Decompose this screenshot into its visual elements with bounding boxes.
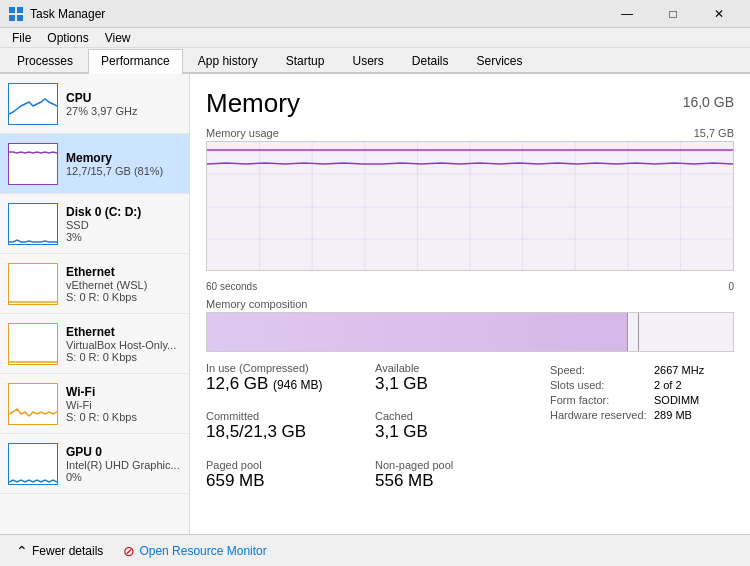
sidebar-item-gpu0[interactable]: GPU 0 Intel(R) UHD Graphic... 0% — [0, 434, 189, 494]
menu-file[interactable]: File — [4, 29, 39, 47]
memory-composition-section: Memory composition — [206, 298, 734, 352]
wifi-name: Wi-Fi — [66, 399, 181, 411]
stat-available-label: Available — [375, 362, 534, 374]
menu-bar: File Options View — [0, 28, 750, 48]
main-content: CPU 27% 3,97 GHz Memory 12,7/15,7 GB (81… — [0, 74, 750, 534]
form-value: SODIMM — [654, 394, 699, 406]
stat-committed-value: 18,5/21,3 GB — [206, 422, 365, 442]
ethernet2-mini-graph — [8, 323, 58, 365]
tab-services[interactable]: Services — [464, 49, 536, 72]
ethernet1-label: Ethernet — [66, 265, 181, 279]
wifi-info: Wi-Fi Wi-Fi S: 0 R: 0 Kbps — [66, 385, 181, 423]
window-controls: — □ ✕ — [604, 0, 742, 28]
tab-app-history[interactable]: App history — [185, 49, 271, 72]
tab-bar: Processes Performance App history Startu… — [0, 48, 750, 74]
memory-comp-bar — [207, 313, 628, 351]
cpu-usage: 27% 3,97 GHz — [66, 105, 181, 117]
right-stat-slots: Slots used: 2 of 2 — [550, 379, 734, 391]
tab-users[interactable]: Users — [339, 49, 396, 72]
memory-composition-graph — [206, 312, 734, 352]
ethernet2-speed: S: 0 R: 0 Kbps — [66, 351, 181, 363]
sidebar-item-wifi[interactable]: Wi-Fi Wi-Fi S: 0 R: 0 Kbps — [0, 374, 189, 434]
stat-paged-label: Paged pool — [206, 459, 365, 471]
sidebar-item-ethernet1[interactable]: Ethernet vEthernet (WSL) S: 0 R: 0 Kbps — [0, 254, 189, 314]
stat-in-use-label: In use (Compressed) — [206, 362, 365, 374]
svg-rect-1 — [17, 7, 23, 13]
stat-non-paged-value: 556 MB — [375, 471, 534, 491]
stat-non-paged-pool: Non-paged pool 556 MB — [375, 459, 534, 491]
disk-info: Disk 0 (C: D:) SSD 3% — [66, 205, 181, 243]
sidebar-item-ethernet2[interactable]: Ethernet VirtualBox Host-Only... S: 0 R:… — [0, 314, 189, 374]
memory-usage-graph-section: Memory usage 15,7 GB — [206, 127, 734, 271]
open-resource-monitor-link[interactable]: Open Resource Monitor — [139, 544, 266, 558]
fewer-details-button[interactable]: ⌃ Fewer details — [12, 541, 107, 561]
graph-max: 15,7 GB — [694, 127, 734, 139]
svg-rect-2 — [9, 15, 15, 21]
stat-committed: Committed 18,5/21,3 GB — [206, 410, 365, 442]
tab-performance[interactable]: Performance — [88, 49, 183, 74]
sidebar-item-cpu[interactable]: CPU 27% 3,97 GHz — [0, 74, 189, 134]
ethernet1-info: Ethernet vEthernet (WSL) S: 0 R: 0 Kbps — [66, 265, 181, 303]
maximize-button[interactable]: □ — [650, 0, 696, 28]
sidebar-item-disk0[interactable]: Disk 0 (C: D:) SSD 3% — [0, 194, 189, 254]
stat-committed-label: Committed — [206, 410, 365, 422]
stat-available: Available 3,1 GB — [375, 362, 534, 394]
graph-label: Memory usage — [206, 127, 279, 139]
stat-in-use: In use (Compressed) 12,6 GB (946 MB) — [206, 362, 365, 394]
tab-startup[interactable]: Startup — [273, 49, 338, 72]
stat-non-paged-label: Non-paged pool — [375, 459, 534, 471]
resource-monitor-icon: ⊘ — [123, 543, 135, 559]
bottom-bar: ⌃ Fewer details ⊘ Open Resource Monitor — [0, 534, 750, 566]
speed-key: Speed: — [550, 364, 650, 376]
stat-in-use-value: 12,6 GB (946 MB) — [206, 374, 365, 394]
left-stats: In use (Compressed) 12,6 GB (946 MB) Ava… — [206, 362, 534, 501]
disk-type: SSD — [66, 219, 181, 231]
stat-cached: Cached 3,1 GB — [375, 410, 534, 442]
stat-paged-pool: Paged pool 659 MB — [206, 459, 365, 491]
app-icon — [8, 6, 24, 22]
disk-label: Disk 0 (C: D:) — [66, 205, 181, 219]
memory-label: Memory — [66, 151, 181, 165]
detail-total: 16,0 GB — [683, 94, 734, 110]
comp-label: Memory composition — [206, 298, 734, 310]
fewer-details-label: Fewer details — [32, 544, 103, 558]
gpu-mini-graph — [8, 443, 58, 485]
gpu-info: GPU 0 Intel(R) UHD Graphic... 0% — [66, 445, 181, 483]
right-stat-hw-reserved: Hardware reserved: 289 MB — [550, 409, 734, 421]
close-button[interactable]: ✕ — [696, 0, 742, 28]
minimize-button[interactable]: — — [604, 0, 650, 28]
time-left: 60 seconds — [206, 281, 257, 292]
detail-panel: Memory 16,0 GB Memory usage 15,7 GB — [190, 74, 750, 534]
sidebar-item-memory[interactable]: Memory 12,7/15,7 GB (81%) — [0, 134, 189, 194]
stats-grid: In use (Compressed) 12,6 GB (946 MB) Ava… — [206, 362, 534, 501]
menu-view[interactable]: View — [97, 29, 139, 47]
right-stats: Speed: 2667 MHz Slots used: 2 of 2 Form … — [534, 362, 734, 501]
speed-value: 2667 MHz — [654, 364, 704, 376]
gpu-name: Intel(R) UHD Graphic... — [66, 459, 181, 471]
svg-rect-3 — [17, 15, 23, 21]
detail-title: Memory — [206, 88, 300, 119]
stat-cached-value: 3,1 GB — [375, 422, 534, 442]
ethernet2-info: Ethernet VirtualBox Host-Only... S: 0 R:… — [66, 325, 181, 363]
cpu-info: CPU 27% 3,97 GHz — [66, 91, 181, 117]
right-stat-form: Form factor: SODIMM — [550, 394, 734, 406]
gpu-label: GPU 0 — [66, 445, 181, 459]
wifi-label: Wi-Fi — [66, 385, 181, 399]
window-title: Task Manager — [30, 7, 604, 21]
ethernet1-mini-graph — [8, 263, 58, 305]
right-stat-speed: Speed: 2667 MHz — [550, 364, 734, 376]
ethernet1-name: vEthernet (WSL) — [66, 279, 181, 291]
slots-key: Slots used: — [550, 379, 650, 391]
stat-paged-value: 659 MB — [206, 471, 365, 491]
cpu-label: CPU — [66, 91, 181, 105]
stats-container: In use (Compressed) 12,6 GB (946 MB) Ava… — [206, 362, 734, 501]
wifi-mini-graph — [8, 383, 58, 425]
wifi-speed: S: 0 R: 0 Kbps — [66, 411, 181, 423]
menu-options[interactable]: Options — [39, 29, 96, 47]
form-key: Form factor: — [550, 394, 650, 406]
chevron-up-icon: ⌃ — [16, 543, 28, 559]
tab-details[interactable]: Details — [399, 49, 462, 72]
disk-usage: 3% — [66, 231, 181, 243]
tab-processes[interactable]: Processes — [4, 49, 86, 72]
memory-graph-svg — [207, 142, 733, 271]
